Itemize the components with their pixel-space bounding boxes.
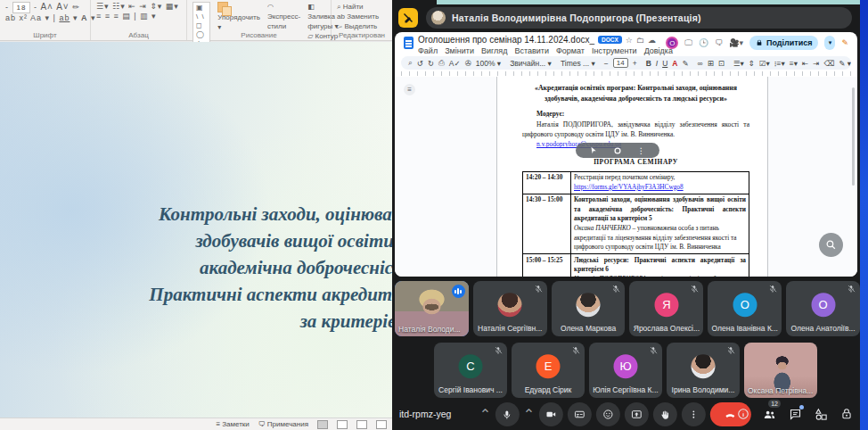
- mic-options-chevron[interactable]: ⌃: [479, 402, 490, 426]
- menu-формат[interactable]: Формат: [556, 46, 585, 55]
- participant-tile[interactable]: ЕЕдуард Сірик: [512, 343, 585, 398]
- insert-link-icon[interactable]: ∞: [698, 59, 703, 68]
- paint-format-icon[interactable]: ✇: [465, 59, 471, 68]
- present-to-meeting-icon[interactable]: 🖵: [684, 38, 692, 48]
- styles-select[interactable]: Звичайн... ▾: [510, 59, 552, 68]
- bulleted-list-button[interactable]: ⁝≡▾: [774, 59, 785, 68]
- document-outline-button[interactable]: ≡: [404, 84, 415, 95]
- editing-mode-button[interactable]: ✎ ▾: [839, 59, 851, 68]
- font-size-decrease[interactable]: −: [604, 59, 609, 68]
- replace-button[interactable]: ab Заменить: [337, 12, 379, 21]
- share-dropdown[interactable]: ▾: [824, 36, 835, 50]
- add-comment-icon[interactable]: ⊞: [708, 59, 714, 68]
- indent-decrease-button[interactable]: ⇤: [802, 59, 808, 68]
- host-controls-button[interactable]: [839, 404, 855, 424]
- slide-title-text[interactable]: Контрольні заходи, оцінюванняздобувачів …: [0, 201, 392, 335]
- font-style-controls[interactable]: ab x² Aa ▾ | ab ▾ A ▾: [5, 13, 85, 23]
- participant-tile[interactable]: ЮЮлія Сергіївна К...: [589, 343, 662, 398]
- underline-button[interactable]: U: [662, 59, 667, 68]
- line-spacing-button[interactable]: ⇕: [749, 59, 755, 68]
- docs-scrollbar[interactable]: [852, 87, 855, 186]
- participant-tile[interactable]: Наталія Володи...: [395, 281, 469, 336]
- docs-ruler[interactable]: [401, 71, 851, 76]
- document-title[interactable]: Оголошення про семінар 14.11.2024.docx_: [418, 35, 594, 45]
- font-select[interactable]: Times ... ▾: [561, 59, 595, 68]
- mic-button[interactable]: [495, 402, 519, 426]
- comments-icon[interactable]: 🗨: [715, 38, 723, 47]
- select-button[interactable]: ▻ Выделить: [337, 22, 377, 30]
- checklist-button[interactable]: ☑▾: [759, 59, 770, 68]
- move-folder-icon[interactable]: 🗀: [636, 36, 644, 45]
- presenter-banner[interactable]: Наталія Володимирівна Подопригора (Презе…: [426, 7, 852, 29]
- zoom-magnifier-button[interactable]: [819, 233, 843, 257]
- italic-button[interactable]: I: [656, 59, 658, 68]
- present-button[interactable]: [624, 402, 648, 426]
- participant-photo-avatar: [692, 354, 716, 378]
- quick-styles-button[interactable]: ◠Экспресс-стили: [267, 2, 300, 31]
- chat-button[interactable]: [787, 404, 803, 424]
- background-window-strip: [860, 0, 868, 430]
- menu-файл[interactable]: Файл: [418, 46, 438, 55]
- menu-інструменти[interactable]: Інструменти: [592, 46, 637, 55]
- activities-button[interactable]: [813, 404, 829, 424]
- reading-view-button[interactable]: [356, 420, 367, 429]
- pen-mode-icon[interactable]: ✎: [841, 38, 848, 47]
- font-size-increase[interactable]: +: [633, 59, 637, 68]
- list-controls[interactable]: ☰▾ ☷▾ ⇤ ⇥ ⇕▾ ▦▾: [96, 2, 181, 12]
- clear-format-button[interactable]: ⌫: [823, 59, 834, 68]
- participant-tile[interactable]: ЯЯрослава Олексі...: [629, 281, 703, 336]
- cloud-status-icon[interactable]: ☁: [648, 36, 656, 45]
- camera-options-chevron[interactable]: ⌃: [523, 402, 534, 426]
- slide-sorter-view-button[interactable]: [337, 420, 348, 429]
- share-button[interactable]: Поділитися: [749, 36, 819, 50]
- more-options-button[interactable]: [681, 402, 705, 426]
- normal-view-button[interactable]: [317, 420, 328, 429]
- annotation-off-tile[interactable]: [398, 8, 418, 28]
- slideshow-view-button[interactable]: [376, 420, 387, 429]
- reactions-button[interactable]: [595, 402, 619, 426]
- font-size-field[interactable]: 14: [613, 58, 628, 68]
- participant-tile[interactable]: ООлена Іванівна К...: [708, 281, 782, 336]
- document-page[interactable]: «Акредитація освітніх програм: Контрольн…: [496, 77, 768, 277]
- schedule-link[interactable]: https://forms.gle/VYAAjhyF3A3HCwgo8: [574, 183, 746, 193]
- participant-tile[interactable]: ООлена Анатоліїв...: [786, 281, 860, 336]
- align-button[interactable]: ☰▾: [733, 59, 744, 68]
- menu-змінити[interactable]: Змінити: [445, 46, 474, 55]
- print-icon[interactable]: ⎙: [438, 58, 445, 68]
- text-color-button[interactable]: A: [672, 59, 677, 68]
- participant-tile[interactable]: Ірина Володими...: [667, 343, 740, 398]
- star-icon[interactable]: ☆: [626, 36, 633, 45]
- insert-image-icon[interactable]: ⊡: [718, 59, 725, 68]
- zoom-select[interactable]: 100% ▾: [476, 59, 501, 68]
- undo-icon[interactable]: ↺: [417, 59, 423, 68]
- font-size-controls[interactable]: - 18 - A˄ A˅ ✏: [5, 2, 85, 13]
- redo-icon[interactable]: ↻: [428, 59, 434, 68]
- version-history-icon[interactable]: 🕒: [699, 38, 708, 47]
- menu-вставити[interactable]: Вставити: [514, 46, 549, 55]
- participant-tile[interactable]: Оксана Петрівна...: [744, 343, 817, 398]
- participant-tile[interactable]: Наталія Сергіївн...: [473, 281, 547, 336]
- account-avatar[interactable]: O: [666, 37, 678, 49]
- slide-canvas[interactable]: Контрольні заходи, оцінюванняздобувачів …: [0, 42, 392, 418]
- font-size-box[interactable]: 18: [12, 2, 31, 13]
- comments-button[interactable]: 🗨Примечания: [258, 420, 308, 428]
- meeting-details-button[interactable]: [735, 404, 751, 424]
- meet-camera-icon[interactable]: 🎥▾: [729, 38, 743, 47]
- menu-вигляд[interactable]: Вигляд: [481, 46, 508, 55]
- participant-tile[interactable]: ССергій Іванович ...: [434, 343, 507, 398]
- raise-hand-button[interactable]: [652, 402, 676, 426]
- bold-button[interactable]: B: [646, 59, 651, 68]
- find-button[interactable]: ⌕ Найти: [337, 3, 364, 11]
- camera-button[interactable]: [538, 402, 562, 426]
- align-controls[interactable]: ≡ ≡ ≡ ▤ | ▥ ▾: [96, 12, 181, 21]
- numbered-list-button[interactable]: ≡▾: [790, 59, 798, 68]
- people-button[interactable]: 12: [761, 404, 777, 424]
- spellcheck-icon[interactable]: A✓: [449, 59, 461, 68]
- arrange-button[interactable]: Упорядочить ▾: [217, 2, 260, 32]
- indent-increase-button[interactable]: ⇥: [813, 59, 819, 68]
- search-icon[interactable]: ⌕: [408, 58, 413, 68]
- highlight-button[interactable]: ✎: [682, 59, 688, 68]
- notes-button[interactable]: ≡Заметки: [217, 420, 250, 428]
- captions-button[interactable]: [567, 402, 591, 426]
- participant-tile[interactable]: Олена Маркова: [552, 281, 626, 336]
